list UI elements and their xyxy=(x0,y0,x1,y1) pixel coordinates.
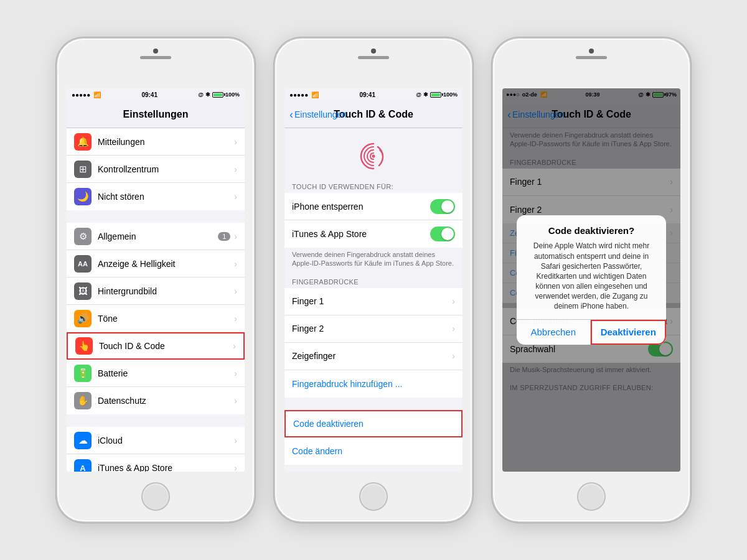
batterie-chevron: › xyxy=(234,368,237,378)
iphone-3-bottom xyxy=(493,472,690,521)
row-iphone-entsperren[interactable]: iPhone entsperren xyxy=(284,193,463,220)
row-kontrollzentrum[interactable]: ⊞ Kontrollzentrum › xyxy=(67,156,245,183)
signal-dots: ●●●●● xyxy=(72,91,90,98)
home-button-2[interactable] xyxy=(359,482,388,511)
nav-bar-2: ‹ Einstellungen Touch ID & Code xyxy=(284,101,463,128)
nichtst-label: Nicht stören xyxy=(98,192,234,202)
iphone-entsperren-label: iPhone entsperren xyxy=(292,202,430,212)
toene-label: Töne xyxy=(98,314,234,324)
row-itunes[interactable]: A iTunes & App Store › xyxy=(67,454,245,472)
finger1-label: Finger 1 xyxy=(292,296,452,306)
hinter-chevron: › xyxy=(234,286,237,296)
speaker-bar-3 xyxy=(576,56,607,59)
row-nichtst[interactable]: 🌙 Nicht stören › xyxy=(67,183,245,210)
wifi-icon-2: 📶 xyxy=(311,91,319,98)
iphone-1-screen: ●●●●● 📶 09:41 @ ✱ 100% Einstellungen 🔔 xyxy=(67,88,245,472)
dialog-title-3: Code deaktivieren? xyxy=(524,225,659,236)
dialog-box-3: Code deaktivieren? Deine Apple Watch wir… xyxy=(517,215,666,344)
itunes-toggle[interactable] xyxy=(430,226,455,241)
dialog-cancel-btn[interactable]: Abbrechen xyxy=(517,320,591,345)
row-batterie[interactable]: 🔋 Batterie › xyxy=(67,360,245,387)
row-add-fingerprint[interactable]: Fingerabdruck hinzufügen ... xyxy=(284,370,463,398)
allgemein-chevron: › xyxy=(234,231,237,241)
back-chevron-2: ‹ xyxy=(289,109,293,120)
nichtst-chevron: › xyxy=(234,192,237,202)
mitteilungen-chevron: › xyxy=(234,137,237,147)
datenschutz-icon: ✋ xyxy=(74,392,92,409)
row-finger1[interactable]: Finger 1 › xyxy=(284,288,463,315)
nav-bar-1: Einstellungen xyxy=(67,101,245,128)
anzeige-chevron: › xyxy=(234,259,237,269)
code-section: Code deaktivieren Code ändern xyxy=(284,410,463,465)
dialog-actions-3: Abbrechen Deaktivieren xyxy=(517,319,666,345)
camera-dot-3 xyxy=(589,49,594,54)
zeigefinger-label: Zeigefinger xyxy=(292,351,452,361)
row-toene[interactable]: 🔊 Töne › xyxy=(67,305,245,332)
finger2-label: Finger 2 xyxy=(292,324,452,334)
touchid-icon: 👆 xyxy=(75,337,93,355)
at-icon-2: @ xyxy=(416,91,421,98)
iphone-2-bottom xyxy=(275,472,472,521)
status-signal-2: ●●●●● 📶 xyxy=(289,91,319,98)
dialog-body-3: Deine Apple Watch wird nicht mehr automa… xyxy=(524,241,659,311)
iphone-entsperren-toggle[interactable] xyxy=(430,199,455,214)
allgemein-badge: 1 xyxy=(218,232,230,241)
row-hinter[interactable]: 🖼 Hintergrundbild › xyxy=(67,278,245,305)
allgemein-icon: ⚙ xyxy=(74,228,92,245)
kontrollzentrum-label: Kontrollzentrum xyxy=(98,164,234,174)
batterie-icon: 🔋 xyxy=(74,365,92,382)
signal-dots-2: ●●●●● xyxy=(289,91,308,98)
kontrollzentrum-chevron: › xyxy=(234,164,237,174)
touchid-section-label: TOUCH ID VERWENDEN FÜR: xyxy=(284,178,463,193)
hinter-label: Hintergrundbild xyxy=(98,286,234,296)
nav-title-1: Einstellungen xyxy=(123,109,189,120)
dialog-content-3: Code deaktivieren? Deine Apple Watch wir… xyxy=(517,215,666,319)
at-icon: @ xyxy=(198,91,204,98)
iphone-1: ●●●●● 📶 09:41 @ ✱ 100% Einstellungen 🔔 xyxy=(56,37,255,523)
itunes-chevron: › xyxy=(234,463,237,472)
section-2: ⚙ Allgemein 1 › AA Anzeige & Helligkeit … xyxy=(67,223,245,414)
touchid-note: Verwende deinen Fingerabdruck anstatt de… xyxy=(284,248,463,273)
home-button-3[interactable] xyxy=(577,482,606,511)
touchid-chevron: › xyxy=(233,341,236,351)
iphone-3-top xyxy=(493,39,690,88)
batterie-label: Batterie xyxy=(98,368,234,378)
status-signal: ●●●●● 📶 xyxy=(72,91,101,98)
iphone-1-top xyxy=(57,39,254,88)
hinter-icon: 🖼 xyxy=(74,282,92,300)
row-allgemein[interactable]: ⚙ Allgemein 1 › xyxy=(67,223,245,250)
row-anzeige[interactable]: AA Anzeige & Helligkeit › xyxy=(67,250,245,278)
bluetooth-icon-2: ✱ xyxy=(423,91,428,98)
allgemein-label: Allgemein xyxy=(98,231,218,241)
fingerprints-section-label: FINGERABDRÜCKE xyxy=(284,273,463,288)
speaker-bar xyxy=(140,56,171,59)
row-code-deaktivieren[interactable]: Code deaktivieren xyxy=(284,410,463,437)
row-mitteilungen[interactable]: 🔔 Mitteilungen › xyxy=(67,128,245,156)
section-1: 🔔 Mitteilungen › ⊞ Kontrollzentrum › 🌙 N… xyxy=(67,128,245,210)
status-bar-1: ●●●●● 📶 09:41 @ ✱ 100% xyxy=(67,88,245,101)
finger1-chevron: › xyxy=(452,296,455,306)
status-time-2: 09:41 xyxy=(359,91,375,98)
dialog-confirm-btn[interactable]: Deaktivieren xyxy=(591,320,667,345)
row-touchid[interactable]: 👆 Touch ID & Code › xyxy=(67,332,245,360)
row-zeigefinger[interactable]: Zeigefinger › xyxy=(284,343,463,370)
row-itunes-toggle[interactable]: iTunes & App Store xyxy=(284,220,463,248)
anzeige-label: Anzeige & Helligkeit xyxy=(98,259,234,269)
zeigefinger-chevron: › xyxy=(452,351,455,361)
battery-icon-2 xyxy=(430,92,441,98)
section-3: ☁ iCloud › A iTunes & App Store › xyxy=(67,427,245,472)
status-right-2: @ ✱ 100% xyxy=(416,91,458,98)
home-button-1[interactable] xyxy=(141,482,170,511)
itunes-toggle-label: iTunes & App Store xyxy=(292,229,430,239)
row-datenschutz[interactable]: ✋ Datenschutz › xyxy=(67,387,245,414)
settings-list-1: 🔔 Mitteilungen › ⊞ Kontrollzentrum › 🌙 N… xyxy=(67,128,245,472)
battery-pct-2: 100% xyxy=(443,91,458,98)
status-right: @ ✱ 100% xyxy=(198,91,240,98)
row-icloud[interactable]: ☁ iCloud › xyxy=(67,427,245,454)
nav-back-2[interactable]: ‹ Einstellungen xyxy=(289,109,347,120)
row-code-aendern[interactable]: Code ändern xyxy=(284,437,463,465)
icloud-label: iCloud xyxy=(98,436,234,446)
touchid-label: Touch ID & Code xyxy=(99,341,233,351)
row-finger2[interactable]: Finger 2 › xyxy=(284,315,463,343)
itunes-label: iTunes & App Store xyxy=(98,463,234,472)
